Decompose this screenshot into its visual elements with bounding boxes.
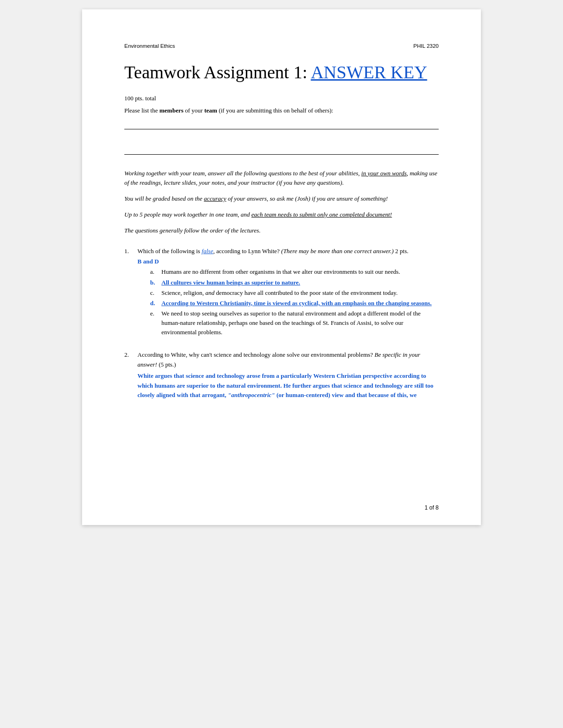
answer-key-label: ANSWER KEY [311, 62, 427, 82]
q2-answer: White argues that science and technology… [137, 371, 439, 400]
q2-number: 2. [124, 350, 134, 369]
choice-a: a. Humans are no different from other or… [150, 267, 439, 277]
q1-note: (There may be more than one correct answ… [281, 248, 394, 255]
name-line-2 [124, 143, 439, 155]
page: Environmental Ethics PHIL 2320 Teamwork … [82, 9, 481, 525]
instruction-2: You will be graded based on the accuracy… [124, 194, 439, 203]
q1-answer-label: B and D [137, 258, 439, 265]
q1-number: 1. [124, 247, 134, 256]
choice-b: b. All cultures view human beings as sup… [150, 278, 439, 287]
instruction-1: Working together with your team, answer … [124, 169, 439, 188]
page-number: 1 of 8 [425, 504, 439, 511]
team-members-prompt: Please list the members of your team (if… [124, 107, 439, 114]
q2-text: According to White, why can't science an… [137, 350, 439, 369]
choice-e: e. We need to stop seeing ourselves as s… [150, 309, 439, 337]
course-name: Environmental Ethics [124, 43, 175, 49]
q2-anthropocentric: "anthropocentric" [228, 391, 275, 398]
instruction-3: Up to 5 people may work together in one … [124, 210, 439, 219]
q2-specific: Be specific in your answer! [137, 351, 420, 368]
course-code: PHIL 2320 [413, 43, 439, 49]
points-total: 100 pts. total [124, 95, 439, 102]
q1-choices: a. Humans are no different from other or… [150, 267, 439, 337]
instruction-4: The questions generally follow the order… [124, 226, 439, 235]
questions-section: 1. Which of the following is false, acco… [124, 247, 439, 400]
name-line-1 [124, 118, 439, 129]
question-1: 1. Which of the following is false, acco… [124, 247, 439, 337]
page-title: Teamwork Assignment 1: ANSWER KEY [124, 62, 439, 83]
question-1-header: 1. Which of the following is false, acco… [124, 247, 439, 256]
q1-false-link: false [202, 248, 213, 255]
choice-d: d. According to Western Christianity, ti… [150, 299, 439, 308]
choice-c: c. Science, religion, and democracy have… [150, 288, 439, 298]
page-header: Environmental Ethics PHIL 2320 [124, 43, 439, 49]
question-2: 2. According to White, why can't science… [124, 350, 439, 400]
q1-text: Which of the following is false, accordi… [137, 247, 408, 256]
question-2-header: 2. According to White, why can't science… [124, 350, 439, 369]
